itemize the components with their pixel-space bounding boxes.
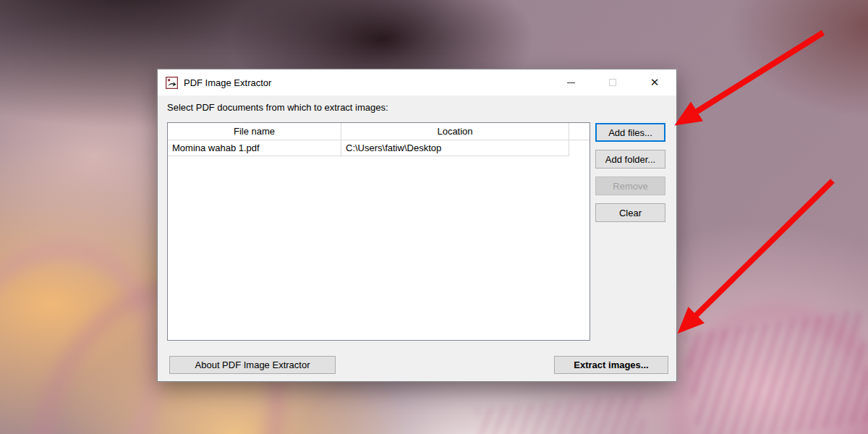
- column-header-file-name[interactable]: File name: [168, 123, 341, 140]
- extract-images-button[interactable]: Extract images...: [554, 356, 668, 374]
- cell-filler: [569, 140, 590, 156]
- clear-button[interactable]: Clear: [595, 203, 665, 222]
- remove-button: Remove: [595, 176, 665, 195]
- table-row[interactable]: Momina wahab 1.pdf C:\Users\fatiw\Deskto…: [168, 140, 590, 156]
- window-title: PDF Image Extractor: [184, 77, 271, 88]
- cell-location[interactable]: C:\Users\fatiw\Desktop: [341, 140, 569, 156]
- select-documents-label: Select PDF documents from which to extra…: [167, 102, 388, 113]
- pdf-image-extractor-window: PDF Image Extractor ✕ Select PDF documen…: [157, 69, 677, 382]
- list-header: File name Location: [168, 123, 590, 140]
- add-folder-button[interactable]: Add folder...: [595, 150, 665, 169]
- column-header-filler: [569, 123, 590, 140]
- cell-file-name[interactable]: Momina wahab 1.pdf: [168, 140, 341, 156]
- minimize-icon: [567, 82, 575, 83]
- pdf-file-list[interactable]: File name Location Momina wahab 1.pdf C:…: [167, 122, 590, 341]
- caption-controls: ✕: [550, 69, 676, 95]
- title-bar[interactable]: PDF Image Extractor ✕: [158, 69, 676, 95]
- about-button[interactable]: About PDF Image Extractor: [169, 356, 336, 374]
- minimize-button[interactable]: [550, 69, 592, 95]
- maximize-icon: [609, 79, 616, 86]
- add-files-button[interactable]: Add files...: [595, 123, 665, 142]
- close-button[interactable]: ✕: [634, 69, 676, 95]
- column-header-location[interactable]: Location: [341, 123, 569, 140]
- maximize-button: [592, 69, 634, 95]
- petal-streaks: [476, 394, 645, 434]
- app-logo-icon: [166, 77, 178, 89]
